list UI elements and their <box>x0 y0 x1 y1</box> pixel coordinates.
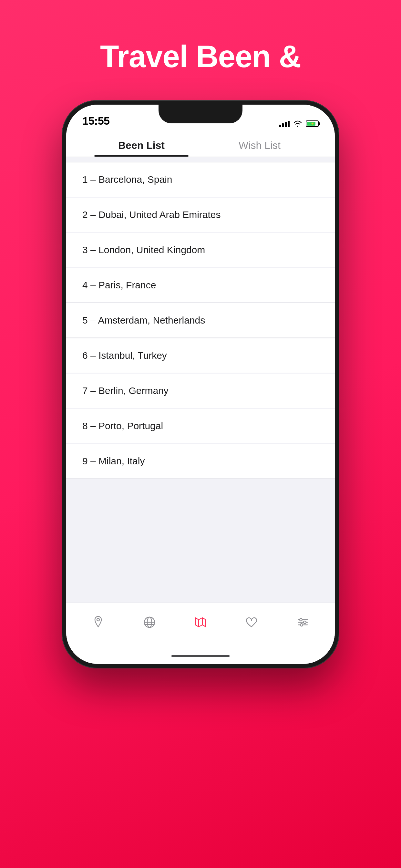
bottom-nav <box>66 602 335 648</box>
wifi-icon <box>294 120 302 127</box>
tab-bar: Been List Wish List <box>66 130 335 157</box>
status-time: 15:55 <box>82 115 110 127</box>
list-item[interactable]: 2 – Dubai, United Arab Emirates <box>66 197 335 232</box>
list-item[interactable]: 9 – Milan, Italy <box>66 444 335 478</box>
signal-icon <box>279 120 289 127</box>
home-indicator <box>66 648 335 664</box>
battery-icon: ⚡ <box>306 120 319 127</box>
nav-map[interactable] <box>184 609 217 635</box>
tab-been-list[interactable]: Been List <box>82 130 201 157</box>
list-item[interactable]: 4 – Paris, France <box>66 268 335 303</box>
list-item[interactable]: 5 – Amsterdam, Netherlands <box>66 303 335 338</box>
nav-heart[interactable] <box>235 609 268 635</box>
svg-point-14 <box>300 624 303 626</box>
pin-icon <box>90 614 106 631</box>
svg-point-13 <box>304 621 306 624</box>
heart-icon <box>243 614 260 631</box>
settings-icon <box>295 614 311 631</box>
status-icons: ⚡ <box>279 120 319 127</box>
list-item[interactable]: 8 – Porto, Portugal <box>66 409 335 443</box>
nav-settings[interactable] <box>287 609 319 635</box>
nav-globe[interactable] <box>133 609 166 635</box>
list-item[interactable]: 6 – Istanbul, Turkey <box>66 338 335 373</box>
tab-wish-list[interactable]: Wish List <box>201 130 319 157</box>
phone-screen: 15:55 ⚡ <box>66 104 335 664</box>
phone-notch <box>158 104 243 123</box>
been-list: 1 – Barcelona, Spain 2 – Dubai, United A… <box>66 157 335 602</box>
map-icon <box>192 614 209 631</box>
list-item[interactable]: 7 – Berlin, Germany <box>66 374 335 408</box>
globe-icon <box>141 614 158 631</box>
phone-frame: 15:55 ⚡ <box>62 100 339 669</box>
page-title: Travel Been & <box>55 39 346 74</box>
list-item[interactable]: 1 – Barcelona, Spain <box>66 162 335 197</box>
nav-pin[interactable] <box>82 609 114 635</box>
list-item[interactable]: 3 – London, United Kingdom <box>66 233 335 268</box>
home-bar <box>172 655 229 657</box>
svg-point-0 <box>97 618 99 621</box>
svg-point-12 <box>300 618 302 621</box>
svg-marker-6 <box>195 618 206 627</box>
